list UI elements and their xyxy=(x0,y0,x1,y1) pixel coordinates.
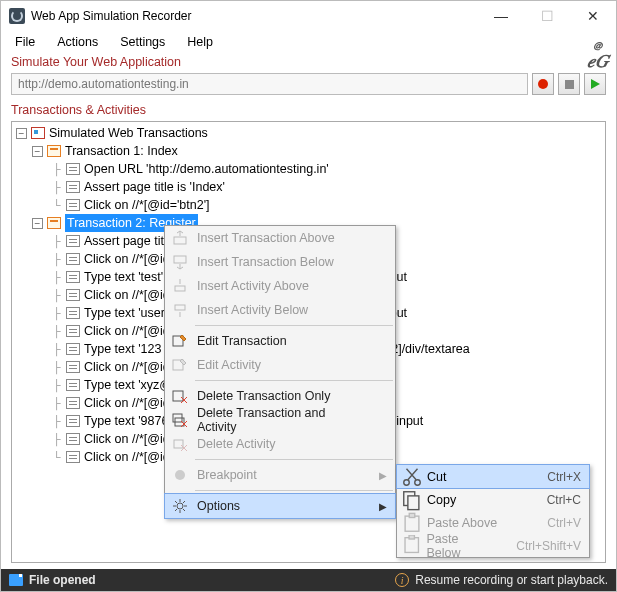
delete-icon xyxy=(169,386,191,406)
svg-point-11 xyxy=(177,503,183,509)
activity-icon xyxy=(66,361,80,373)
paste-icon xyxy=(401,513,423,533)
ctx-options[interactable]: Options▶ xyxy=(165,494,395,518)
copy-icon xyxy=(401,490,423,510)
insert-above-icon xyxy=(169,276,191,296)
tree-activity[interactable]: ├Assert page title is 'Index' xyxy=(12,178,605,196)
transaction-icon xyxy=(47,145,61,157)
svg-rect-16 xyxy=(405,516,419,531)
status-bar: File opened i Resume recording or start … xyxy=(1,569,616,591)
ctx-insert-transaction-below: Insert Transaction Below xyxy=(165,250,395,274)
activity-icon xyxy=(66,253,80,265)
activity-icon xyxy=(66,271,80,283)
svg-rect-18 xyxy=(405,537,418,552)
ctx-edit-activity: Edit Activity xyxy=(165,353,395,377)
status-left: File opened xyxy=(9,573,96,587)
delete-icon xyxy=(169,410,191,430)
activity-icon xyxy=(66,397,80,409)
tree-transaction-1[interactable]: − Transaction 1: Index xyxy=(12,142,605,160)
transactions-label: Transactions & Activities xyxy=(1,101,616,121)
tree-activity[interactable]: └Click on //*[@id='btn2'] xyxy=(12,196,605,214)
svg-rect-6 xyxy=(173,391,183,401)
title-bar: Web App Simulation Recorder — ☐ ✕ xyxy=(1,1,616,31)
submenu-paste-below: Paste BelowCtrl+Shift+V xyxy=(397,534,589,557)
minimize-button[interactable]: — xyxy=(478,1,524,31)
transaction-icon xyxy=(47,217,61,229)
menu-file[interactable]: File xyxy=(5,33,45,51)
options-submenu: CutCtrl+X CopyCtrl+C Paste AboveCtrl+V P… xyxy=(396,464,590,558)
info-icon: i xyxy=(395,573,409,587)
svg-rect-3 xyxy=(175,305,185,310)
svg-rect-0 xyxy=(174,237,186,244)
paste-icon xyxy=(401,536,422,556)
stop-button[interactable] xyxy=(558,73,580,95)
svg-rect-2 xyxy=(175,286,185,291)
context-menu: Insert Transaction Above Insert Transact… xyxy=(164,225,396,519)
collapse-icon[interactable]: − xyxy=(32,146,43,157)
chevron-right-icon: ▶ xyxy=(379,501,387,512)
gear-icon xyxy=(169,496,191,516)
ctx-breakpoint: Breakpoint▶ xyxy=(165,463,395,487)
svg-rect-17 xyxy=(409,513,415,517)
window-controls: — ☐ ✕ xyxy=(478,1,616,31)
edit-icon xyxy=(169,331,191,351)
cut-icon xyxy=(401,467,423,487)
menu-help[interactable]: Help xyxy=(177,33,223,51)
activity-icon xyxy=(66,343,80,355)
brand-logo: ＠ 𝑒𝐺 xyxy=(587,39,608,68)
app-icon xyxy=(9,8,25,24)
breakpoint-icon xyxy=(169,465,191,485)
ctx-delete-transaction-activity[interactable]: Delete Transaction and Activity xyxy=(165,408,395,432)
svg-point-10 xyxy=(175,470,185,480)
menu-settings[interactable]: Settings xyxy=(110,33,175,51)
simulate-row: Simulate Your Web Application ＠ 𝑒𝐺 xyxy=(1,53,616,69)
app-window: Web App Simulation Recorder — ☐ ✕ File A… xyxy=(0,0,617,592)
activity-icon xyxy=(66,325,80,337)
insert-below-icon xyxy=(169,300,191,320)
maximize-button[interactable]: ☐ xyxy=(524,1,570,31)
menu-separator xyxy=(195,325,393,326)
status-right: i Resume recording or start playback. xyxy=(395,573,608,587)
menu-bar: File Actions Settings Help xyxy=(1,31,616,53)
insert-above-icon xyxy=(169,228,191,248)
ctx-delete-transaction-only[interactable]: Delete Transaction Only xyxy=(165,384,395,408)
insert-below-icon xyxy=(169,252,191,272)
activity-icon xyxy=(66,451,80,463)
url-row xyxy=(1,69,616,101)
record-button[interactable] xyxy=(532,73,554,95)
submenu-cut[interactable]: CutCtrl+X xyxy=(397,465,589,488)
delete-icon xyxy=(169,434,191,454)
activity-icon xyxy=(66,379,80,391)
play-button[interactable] xyxy=(584,73,606,95)
menu-separator xyxy=(195,490,393,491)
save-icon xyxy=(9,574,23,586)
activity-icon xyxy=(66,163,80,175)
url-input[interactable] xyxy=(11,73,528,95)
tree-activity[interactable]: ├Open URL 'http://demo.automationtesting… xyxy=(12,160,605,178)
ctx-delete-activity: Delete Activity xyxy=(165,432,395,456)
activity-icon xyxy=(66,235,80,247)
activity-icon xyxy=(66,289,80,301)
activity-icon xyxy=(66,307,80,319)
collapse-icon[interactable]: − xyxy=(16,128,27,139)
ctx-insert-activity-below: Insert Activity Below xyxy=(165,298,395,322)
ctx-edit-transaction[interactable]: Edit Transaction xyxy=(165,329,395,353)
tree-root[interactable]: − Simulated Web Transactions xyxy=(12,124,605,142)
close-button[interactable]: ✕ xyxy=(570,1,616,31)
chevron-right-icon: ▶ xyxy=(379,470,387,481)
submenu-copy[interactable]: CopyCtrl+C xyxy=(397,488,589,511)
collapse-icon[interactable]: − xyxy=(32,218,43,229)
svg-rect-9 xyxy=(174,440,183,448)
ctx-insert-transaction-above: Insert Transaction Above xyxy=(165,226,395,250)
svg-rect-15 xyxy=(408,495,419,509)
activity-icon xyxy=(66,199,80,211)
menu-separator xyxy=(195,380,393,381)
edit-icon xyxy=(169,355,191,375)
menu-actions[interactable]: Actions xyxy=(47,33,108,51)
activity-icon xyxy=(66,433,80,445)
svg-point-12 xyxy=(404,479,410,485)
menu-separator xyxy=(195,459,393,460)
simulate-label: Simulate Your Web Application xyxy=(11,55,181,69)
activity-icon xyxy=(66,415,80,427)
svg-rect-1 xyxy=(174,256,186,263)
